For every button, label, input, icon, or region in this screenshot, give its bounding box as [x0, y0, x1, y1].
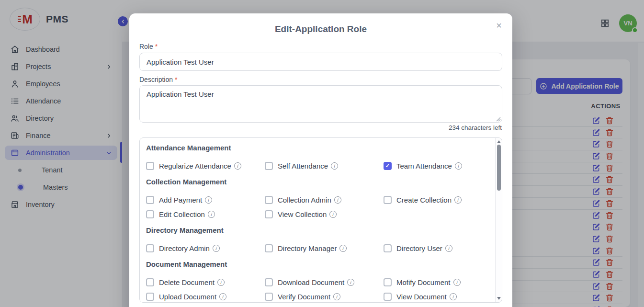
checkbox-unchecked[interactable]	[146, 196, 154, 204]
info-icon[interactable]: i	[219, 293, 227, 301]
checkbox-unchecked[interactable]	[146, 293, 154, 301]
info-icon[interactable]: i	[207, 210, 215, 218]
permissions-section: Directory Management Directory Admin i D…	[146, 226, 495, 255]
permission-label: Delete Document	[159, 278, 215, 286]
checkbox-unchecked[interactable]	[265, 278, 273, 286]
permission-label: Upload Document	[159, 293, 216, 301]
info-icon[interactable]: i	[334, 196, 342, 204]
permission-edit-collection[interactable]: Edit Collection i	[146, 207, 265, 221]
permissions-section: Attendance Management Regularize Attenda…	[146, 144, 495, 173]
permission-mofify-document[interactable]: Mofify Document i	[384, 275, 495, 289]
checkbox-unchecked[interactable]	[265, 293, 273, 301]
section-title: Attendance Management	[146, 144, 495, 153]
permissions-section: Document Management Delete Document i Do…	[146, 260, 495, 302]
permission-label: Team Attendance	[396, 162, 452, 170]
role-label-text: Role	[139, 43, 153, 50]
section-title: Document Management	[146, 260, 495, 269]
checkbox-unchecked[interactable]	[146, 278, 154, 286]
info-icon[interactable]: i	[453, 278, 461, 286]
permission-label: Edit Collection	[159, 210, 205, 218]
info-icon[interactable]: i	[449, 293, 457, 301]
checkbox-unchecked[interactable]	[265, 162, 273, 170]
info-icon[interactable]: i	[204, 196, 213, 204]
permission-directory-manager[interactable]: Directory Manager i	[265, 241, 384, 255]
permission-regularize-attendance[interactable]: Regularize Attendance i	[146, 159, 265, 173]
permission-collection-admin[interactable]: Collection Admin i	[265, 193, 384, 207]
description-label-text: Description	[139, 76, 173, 83]
info-icon[interactable]: i	[329, 210, 337, 218]
scrollbar-thumb[interactable]	[497, 145, 501, 191]
scroll-up-icon[interactable]	[497, 140, 501, 143]
permission-verify-document[interactable]: Verify Document i	[265, 289, 384, 302]
permission-label: Directory Admin	[159, 244, 210, 252]
checkbox-unchecked[interactable]	[384, 196, 392, 204]
info-icon[interactable]: i	[330, 162, 339, 170]
characters-left-counter: 234 characters left	[449, 124, 502, 131]
permissions-scrollbar[interactable]	[495, 138, 502, 302]
permissions-scroll-area: Attendance Management Regularize Attenda…	[140, 138, 495, 302]
checkbox-checked[interactable]: ✓	[384, 162, 392, 170]
permission-download-document[interactable]: Download Document i	[265, 275, 384, 289]
info-icon[interactable]: i	[212, 244, 220, 252]
scroll-down-icon[interactable]	[497, 297, 501, 300]
permission-label: Directory Manager	[278, 244, 337, 252]
info-icon[interactable]: i	[333, 293, 341, 301]
checkbox-unchecked[interactable]	[384, 293, 392, 301]
required-marker: *	[175, 76, 177, 83]
permissions-section: Collection Management Add Payment i Coll…	[146, 178, 495, 221]
permission-add-payment[interactable]: Add Payment i	[146, 193, 265, 207]
checkbox-unchecked[interactable]	[265, 196, 273, 204]
permission-view-document[interactable]: View Document i	[384, 289, 495, 302]
permission-label: Self Attendance	[278, 162, 328, 170]
checkbox-unchecked[interactable]	[265, 244, 273, 252]
description-textarea[interactable]: Application Test User	[139, 85, 502, 123]
section-title: Directory Management	[146, 226, 495, 235]
permission-label: Add Payment	[159, 196, 202, 204]
permission-delete-document[interactable]: Delete Document i	[146, 275, 265, 289]
section-title: Collection Management	[146, 178, 495, 187]
checkbox-unchecked[interactable]	[146, 162, 154, 170]
permission-label: Mofify Document	[396, 278, 451, 286]
modal-title: Edit-Application Role	[129, 24, 512, 34]
permission-label: Collection Admin	[278, 196, 331, 204]
checkbox-unchecked[interactable]	[265, 210, 273, 218]
permission-label: Regularize Attendance	[159, 162, 231, 170]
checkbox-unchecked[interactable]	[146, 244, 154, 252]
permission-label: Download Document	[278, 278, 344, 286]
checkbox-unchecked[interactable]	[384, 244, 392, 252]
info-icon[interactable]: i	[347, 278, 355, 286]
permission-label: View Collection	[278, 210, 327, 218]
info-icon[interactable]: i	[339, 244, 347, 252]
role-field-label: Role *	[139, 43, 158, 50]
permission-team-attendance[interactable]: ✓ Team Attendance i	[384, 159, 495, 173]
close-icon[interactable]: ×	[492, 18, 506, 33]
info-icon[interactable]: i	[217, 278, 225, 286]
required-marker: *	[155, 43, 158, 50]
checkbox-unchecked[interactable]	[384, 278, 392, 286]
checkbox-unchecked[interactable]	[146, 210, 154, 218]
permission-directory-admin[interactable]: Directory Admin i	[146, 241, 265, 255]
permissions-box: Attendance Management Regularize Attenda…	[139, 137, 502, 303]
edit-application-role-modal: × Edit-Application Role Role * Descripti…	[129, 13, 512, 307]
info-icon[interactable]: i	[454, 196, 462, 204]
description-field-label: Description *	[139, 76, 177, 83]
role-input[interactable]	[139, 53, 502, 71]
info-icon[interactable]: i	[454, 162, 463, 170]
permission-label: Create Collection	[396, 196, 452, 204]
permission-create-collection[interactable]: Create Collection i	[384, 193, 495, 207]
info-icon[interactable]: i	[445, 244, 453, 252]
permission-label: Directory User	[396, 244, 442, 252]
permission-label: Verify Document	[278, 293, 330, 301]
screen: M PMS Dashboard Projects Employees	[0, 0, 644, 307]
permission-view-collection[interactable]: View Collection i	[265, 207, 384, 221]
permission-label: View Document	[396, 293, 447, 301]
permission-directory-user[interactable]: Directory User i	[384, 241, 495, 255]
info-icon[interactable]: i	[234, 162, 242, 170]
permission-upload-document[interactable]: Upload Document i	[146, 289, 265, 302]
permission-self-attendance[interactable]: Self Attendance i	[265, 159, 384, 173]
